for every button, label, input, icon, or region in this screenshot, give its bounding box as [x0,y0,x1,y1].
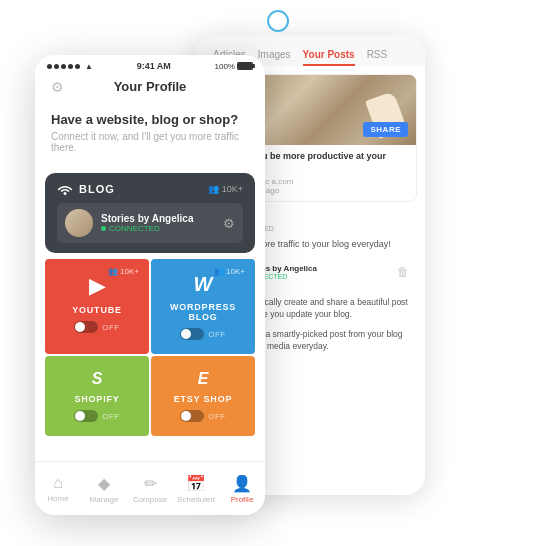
scheduled-icon: 📅 [186,474,206,493]
wordpress-toggle-row: OFF [180,328,226,340]
wifi-icon: ▲ [85,62,93,71]
etsy-toggle-knob [181,411,191,421]
tab-your-posts[interactable]: Your Posts [303,49,355,66]
nav-profile[interactable]: 👤 Profile [219,470,265,508]
youtube-label: YOUTUBE [72,305,122,315]
wordpress-toggle-knob [181,329,191,339]
blog-card-gear-icon[interactable]: ⚙ [223,216,235,231]
manage-icon: ◆ [98,474,110,493]
shopify-toggle-label: OFF [102,412,120,421]
nav-profile-label: Profile [231,495,254,504]
blog-user-avatar [65,209,93,237]
shopify-label: SHOPIFY [74,394,119,404]
gear-icon[interactable]: ⚙ [51,79,64,95]
blog-card: BLOG 👥 10K+ Stories by Angelica CONNECTE… [45,173,255,253]
etsy-tile[interactable]: E ETSY SHOP OFF [151,356,255,436]
trash-icon[interactable]: 🗑 [397,265,409,279]
profile-subtitle: Connect it now, and I'll get you more tr… [51,131,249,153]
nav-manage-label: Manage [90,495,119,504]
youtube-toggle[interactable] [74,321,98,333]
profile-icon: 👤 [232,474,252,493]
battery-fill [238,63,252,69]
blog-card-wrapper: BLOG 👥 10K+ Stories by Angelica CONNECTE… [35,173,265,253]
blog-user-info: Stories by Angelica CONNECTED [101,213,193,233]
nav-home[interactable]: ⌂ Home [35,470,81,507]
nav-compose[interactable]: ✏ Compose [127,470,173,508]
bottom-nav: ⌂ Home ◆ Manage ✏ Compose 📅 Scheduled 👤 … [35,461,265,515]
status-time: 9:41 AM [137,61,171,71]
nav-compose-label: Compose [133,495,167,504]
signal-dot-1 [47,64,52,69]
shopify-tile[interactable]: S SHOPIFY OFF [45,356,149,436]
tab-images[interactable]: Images [258,49,291,66]
nav-manage[interactable]: ◆ Manage [81,470,127,508]
tab-rss[interactable]: RSS [367,49,388,66]
blog-connected-label: CONNECTED [101,224,193,233]
blog-card-count: 👥 10K+ [208,184,243,194]
status-bar: ▲ 9:41 AM 100% [35,55,265,75]
blog-story-name: Stories by Angelica [243,264,391,273]
wordpress-count: 👥 10K+ [214,267,245,276]
blog-card-body: Stories by Angelica CONNECTED ⚙ [57,203,243,243]
blog-card-header: BLOG 👥 10K+ [57,183,243,195]
connected-dot [101,226,106,231]
shopify-toggle-row: OFF [74,410,120,422]
wordpress-icon: W [194,273,213,296]
profile-question: Have a website, blog or shop? [51,112,249,127]
app-tiles-grid: 👥 10K+ ▶ YOUTUBE OFF 👥 10K+ W [45,259,255,436]
youtube-count: 👥 10K+ [108,267,139,276]
phone-front-panel: ▲ 9:41 AM 100% ⚙ Your Profile Have a web… [35,55,265,515]
etsy-icon: E [198,370,209,388]
signal-dot-2 [54,64,59,69]
signal-dot-5 [75,64,80,69]
youtube-toggle-knob [75,322,85,332]
compose-icon: ✏ [144,474,157,493]
nav-scheduled[interactable]: 📅 Scheduled [173,470,219,508]
phone-header: ⚙ Your Profile [35,75,265,102]
shopify-toggle-knob [75,411,85,421]
nav-home-label: Home [47,494,68,503]
status-battery: 100% [215,62,253,71]
shopify-icon: S [92,370,103,388]
youtube-toggle-label: OFF [102,323,120,332]
home-icon: ⌂ [53,474,63,492]
etsy-toggle-row: OFF [180,410,226,422]
blog-user-name: Stories by Angelica [101,213,193,224]
app-tiles-wrapper: 👥 10K+ ▶ YOUTUBE OFF 👥 10K+ W [35,255,265,440]
signal-dot-3 [61,64,66,69]
youtube-icon: ▶ [89,273,106,299]
youtube-tile[interactable]: 👥 10K+ ▶ YOUTUBE OFF [45,259,149,354]
blog-story-info: Stories by Angelica CONNECTED [243,264,391,280]
youtube-toggle-row: OFF [74,321,120,333]
etsy-toggle[interactable] [180,410,204,422]
decorative-top-circle [267,10,289,32]
etsy-toggle-label: OFF [208,412,226,421]
wordpress-tile[interactable]: 👥 10K+ W WORDPRESS BLOG OFF [151,259,255,354]
share-button[interactable]: SHARE [363,122,408,137]
profile-section: Have a website, blog or shop? Connect it… [35,102,265,173]
blog-card-label: BLOG [79,183,115,195]
blog-connected-status: CONNECTED [243,273,391,280]
blog-wifi-icon [57,183,73,195]
wordpress-toggle[interactable] [180,328,204,340]
battery-percent: 100% [215,62,235,71]
people-icon: 👥 [208,184,219,194]
shopify-toggle[interactable] [74,410,98,422]
signal-dot-4 [68,64,73,69]
etsy-label: ETSY SHOP [174,394,233,404]
wordpress-label: WORDPRESS BLOG [161,302,245,322]
battery-icon [237,62,253,70]
page-title: Your Profile [114,79,187,94]
blog-card-user: Stories by Angelica CONNECTED [65,209,193,237]
blog-card-left: BLOG [57,183,115,195]
wordpress-toggle-label: OFF [208,330,226,339]
nav-scheduled-label: Scheduled [177,495,215,504]
signal-dots: ▲ [47,62,93,71]
